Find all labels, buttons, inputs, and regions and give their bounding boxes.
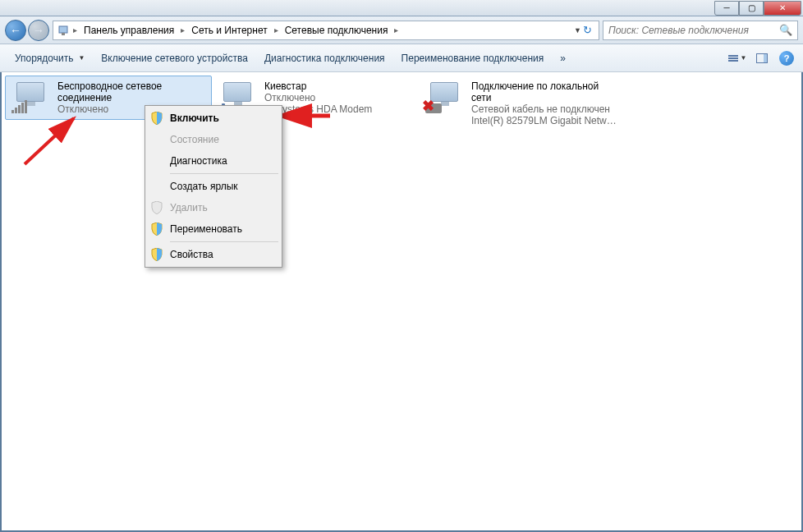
minimize-button[interactable]: ─ bbox=[714, 1, 739, 16]
command-toolbar: Упорядочить ▼ Включение сетевого устройс… bbox=[0, 44, 803, 72]
shield-icon bbox=[150, 201, 163, 214]
maximize-button[interactable]: ▢ bbox=[739, 1, 764, 16]
network-icon bbox=[57, 24, 70, 37]
menu-label: Переименовать bbox=[170, 223, 242, 235]
context-menu: Включить Состояние Диагностика Создать я… bbox=[145, 105, 282, 268]
breadcrumb-item[interactable]: Сетевые подключения bbox=[282, 23, 392, 38]
forward-button[interactable]: → bbox=[28, 20, 49, 41]
chevron-right-icon: ▸ bbox=[394, 25, 398, 34]
connection-status: Отключено bbox=[264, 92, 412, 103]
dropdown-icon[interactable]: ▼ bbox=[574, 26, 581, 34]
blank-icon bbox=[150, 133, 163, 146]
enable-device-button[interactable]: Включение сетевого устройства bbox=[93, 48, 256, 69]
dropdown-icon: ▼ bbox=[78, 54, 85, 62]
overflow-button[interactable]: » bbox=[552, 48, 574, 69]
chevron-right-icon: ▸ bbox=[181, 25, 185, 34]
breadcrumb-actions: ▼ ↻ bbox=[574, 24, 595, 36]
connection-text: Подключение по локальной сети Сетевой ка… bbox=[471, 80, 619, 126]
connection-text: Киевстар Отключено re Systems HDA Modem bbox=[264, 80, 412, 115]
blank-icon bbox=[150, 180, 163, 193]
menu-rename[interactable]: Переименовать bbox=[147, 218, 280, 240]
help-button[interactable]: ? bbox=[777, 48, 796, 68]
blank-icon bbox=[150, 154, 163, 167]
menu-separator bbox=[170, 173, 278, 174]
connection-name: Подключение по локальной сети bbox=[471, 80, 619, 103]
svg-rect-1 bbox=[62, 33, 65, 35]
menu-properties[interactable]: Свойства bbox=[147, 244, 280, 265]
connection-name: Киевстар bbox=[264, 80, 412, 92]
refresh-icon[interactable]: ↻ bbox=[583, 24, 592, 36]
nav-arrows: ← → bbox=[5, 20, 49, 41]
content-area: Беспроводное сетевое соединение Отключен… bbox=[2, 72, 801, 530]
svg-rect-0 bbox=[59, 26, 67, 33]
menu-label: Состояние bbox=[170, 134, 219, 145]
breadcrumb-item[interactable]: Панель управления bbox=[80, 23, 177, 38]
shield-icon bbox=[150, 222, 163, 236]
menu-separator bbox=[170, 241, 278, 242]
rename-button[interactable]: Переименование подключения bbox=[393, 48, 553, 69]
chevron-right-icon: ▸ bbox=[274, 25, 278, 34]
breadcrumb[interactable]: ▸ Панель управления ▸ Сеть и Интернет ▸ … bbox=[53, 21, 599, 40]
menu-enable[interactable]: Включить bbox=[147, 108, 280, 129]
help-icon: ? bbox=[779, 51, 794, 66]
preview-pane-button[interactable] bbox=[752, 48, 772, 68]
window-controls: ─ ▢ ✕ bbox=[714, 1, 801, 16]
organize-label: Упорядочить bbox=[15, 53, 73, 64]
view-mode-button[interactable]: ▼ bbox=[727, 48, 747, 68]
back-button[interactable]: ← bbox=[5, 20, 26, 41]
connection-status: Сетевой кабель не подключен bbox=[471, 103, 619, 115]
connection-name: Беспроводное сетевое соединение bbox=[57, 80, 205, 103]
shield-icon bbox=[150, 112, 163, 125]
menu-label: Свойства bbox=[170, 249, 213, 260]
toolbar-right: ▼ ? bbox=[727, 48, 796, 68]
connections-grid: Беспроводное сетевое соединение Отключен… bbox=[2, 72, 801, 135]
shield-icon bbox=[150, 248, 163, 261]
window-titlebar: ─ ▢ ✕ bbox=[0, 0, 803, 16]
close-button[interactable]: ✕ bbox=[764, 1, 801, 16]
diagnose-button[interactable]: Диагностика подключения bbox=[256, 48, 393, 69]
menu-label: Создать ярлык bbox=[170, 181, 238, 192]
connection-detail: re Systems HDA Modem bbox=[264, 103, 412, 115]
navigation-bar: ← → ▸ Панель управления ▸ Сеть и Интерне… bbox=[0, 16, 803, 44]
wifi-adapter-icon bbox=[11, 80, 51, 113]
menu-create-shortcut[interactable]: Создать ярлык bbox=[147, 176, 280, 197]
search-input[interactable] bbox=[608, 25, 779, 36]
dropdown-icon: ▼ bbox=[741, 54, 747, 62]
panel-icon bbox=[756, 53, 768, 63]
connection-item-ethernet[interactable]: ✖ Подключение по локальной сети Сетевой … bbox=[419, 76, 626, 131]
search-icon: 🔍 bbox=[779, 24, 792, 36]
search-box[interactable]: 🔍 bbox=[603, 21, 798, 40]
menu-status: Состояние bbox=[147, 129, 280, 150]
error-x-icon: ✖ bbox=[422, 97, 434, 115]
menu-label: Удалить bbox=[170, 202, 208, 213]
menu-delete: Удалить bbox=[147, 197, 280, 218]
breadcrumb-item[interactable]: Сеть и Интернет bbox=[188, 23, 270, 38]
organize-button[interactable]: Упорядочить ▼ bbox=[7, 48, 93, 69]
list-icon bbox=[728, 55, 738, 62]
menu-label: Включить bbox=[170, 112, 219, 124]
ethernet-adapter-icon: ✖ bbox=[425, 80, 465, 113]
menu-diagnose[interactable]: Диагностика bbox=[147, 150, 280, 172]
menu-label: Диагностика bbox=[170, 155, 227, 167]
chevron-right-icon: ▸ bbox=[73, 25, 77, 34]
connection-detail: Intel(R) 82579LM Gigabit Network... bbox=[471, 115, 619, 126]
